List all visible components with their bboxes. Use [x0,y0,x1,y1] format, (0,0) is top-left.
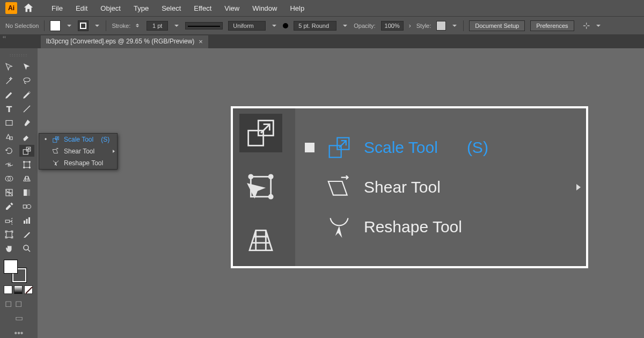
eraser-tool[interactable] [19,131,34,143]
zoom-tool[interactable] [19,243,34,254]
stroke-profile-select[interactable]: Uniform [228,21,266,31]
fill-dropdown-icon[interactable] [66,23,72,29]
flyout-item-reshape-large[interactable]: Reshape Tool [305,215,576,239]
separator [463,20,464,31]
magic-wand-tool[interactable] [2,75,17,87]
color-mode-solid[interactable] [4,285,12,294]
menu-view[interactable]: View [218,4,246,12]
perspective-tool-large[interactable] [239,221,282,260]
flyout-shortcut: (S) [101,136,109,143]
flyout-item-shear[interactable]: Shear Tool [39,145,117,157]
tools-grip-icon[interactable]: :::::::: [2,53,36,58]
menu-file[interactable]: File [45,4,69,12]
panel-collapse-icon[interactable]: ‹‹ [0,34,9,40]
close-tab-icon[interactable]: × [199,38,203,46]
color-mode-gradient[interactable] [14,285,23,294]
shaper-tool[interactable] [2,131,17,143]
stroke-swatch[interactable] [78,20,89,31]
menu-edit[interactable]: Edit [69,4,94,12]
free-transform-tool-large[interactable] [239,167,282,206]
style-dropdown-icon[interactable] [451,23,458,29]
flyout-item-scale[interactable]: • Scale Tool (S) [39,134,117,145]
line-tool[interactable] [19,103,34,115]
slice-tool[interactable] [19,229,34,240]
paintbrush-tool[interactable] [19,117,34,129]
separator [106,20,106,31]
brush-dropdown-icon[interactable] [342,23,348,29]
flyout-label: Reshape Tool [364,218,462,236]
lasso-tool[interactable] [19,75,34,87]
align-icon[interactable]: ⊹ [583,20,590,31]
gradient-tool[interactable] [19,187,34,199]
svg-rect-17 [5,220,10,223]
enlarged-toolbar-column [233,108,295,266]
flyout-item-reshape[interactable]: Reshape Tool [39,157,117,169]
app-logo-icon: Ai [5,2,17,14]
pen-tool[interactable] [2,89,17,101]
scale-tool-flyout: • Scale Tool (S) Shear Tool Reshape Tool [39,133,118,170]
profile-dropdown-icon[interactable] [271,23,277,29]
direct-selection-tool[interactable] [19,61,34,73]
align-dropdown-icon[interactable] [595,23,602,29]
column-graph-tool[interactable] [19,215,34,226]
draw-behind-icon[interactable]: ◻ [15,298,22,308]
svg-rect-19 [26,219,28,224]
artboard-tool[interactable] [2,229,17,240]
svg-point-9 [29,167,30,168]
current-tool-marker-icon [305,143,314,152]
draw-normal-icon[interactable]: ◻ [5,298,12,308]
fill-swatch[interactable] [50,20,61,31]
stroke-label: Stroke: [112,23,130,29]
opacity-input[interactable]: 100% [381,21,404,31]
document-tab[interactable]: lb3pcng [Converted].eps @ 29.65 % (RGB/P… [41,35,208,48]
stroke-weight-dropdown-icon[interactable] [173,23,180,29]
menu-select[interactable]: Select [155,4,187,12]
hand-tool[interactable] [2,243,17,254]
brush-select[interactable]: 5 pt. Round [294,21,336,31]
symbol-sprayer-tool[interactable] [2,215,17,226]
stroke-stepper[interactable] [136,24,139,27]
selection-status: No Selection [5,23,39,29]
style-swatch[interactable] [436,21,446,31]
scale-tool[interactable] [19,145,34,157]
width-tool[interactable] [2,159,17,171]
flyout-label: Shear Tool [364,178,441,196]
shape-builder-tool[interactable] [2,173,17,185]
rotate-tool[interactable] [2,145,17,157]
fill-stroke-control[interactable] [2,256,36,282]
draw-mode-row: ◻ ◻ [2,297,36,310]
preferences-button[interactable]: Preferences [530,20,574,31]
eyedropper-tool[interactable] [2,201,17,212]
menu-help[interactable]: Help [283,4,311,12]
menu-type[interactable]: Type [127,4,155,12]
reshape-icon [327,215,351,239]
perspective-tool[interactable] [19,173,34,185]
edit-toolbar-icon[interactable]: ••• [2,326,36,338]
fill-color-icon[interactable] [4,260,18,274]
document-setup-button[interactable]: Document Setup [469,20,525,31]
free-transform-tool[interactable] [19,159,34,171]
home-icon[interactable] [23,2,34,14]
flyout-item-scale-large[interactable]: Scale Tool (S) [305,136,576,159]
selection-tool[interactable] [2,61,17,73]
stroke-weight-input[interactable]: 1 pt [147,21,168,31]
menu-window[interactable]: Window [246,4,283,12]
svg-point-1 [28,92,30,93]
perspective-icon [246,225,276,255]
type-tool[interactable] [2,103,17,115]
blend-tool[interactable] [19,201,34,212]
opacity-expand-icon[interactable]: › [409,22,411,30]
flyout-item-shear-large[interactable]: Shear Tool [305,175,576,199]
menu-effect[interactable]: Effect [187,4,218,12]
mesh-tool[interactable] [2,187,17,199]
stroke-dropdown-icon[interactable] [94,23,100,29]
scale-tool-large[interactable] [239,114,282,152]
flyout-label: Shear Tool [64,148,94,155]
curvature-tool[interactable] [19,89,34,101]
menu-object[interactable]: Object [94,4,127,12]
stroke-profile-preview[interactable] [185,22,223,30]
rectangle-tool[interactable] [2,117,17,129]
svg-point-16 [27,204,31,209]
color-mode-none[interactable] [24,285,33,294]
screen-mode-row[interactable]: ▭ [2,312,36,324]
